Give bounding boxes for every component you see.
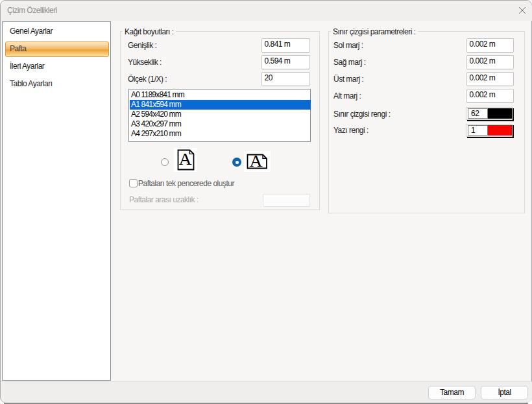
svg-text:A: A xyxy=(250,153,263,171)
svg-text:A: A xyxy=(179,151,192,169)
